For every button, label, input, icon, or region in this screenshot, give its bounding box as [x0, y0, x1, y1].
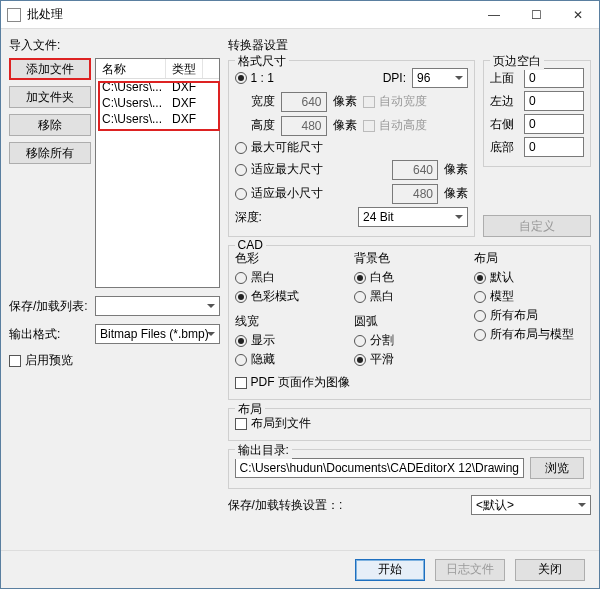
file-list[interactable]: 名称 类型 C:\Users\...DXF C:\Users\...DXF C:…	[95, 58, 220, 288]
arc-smooth-radio[interactable]: 平滑	[354, 351, 464, 368]
margin-left-input[interactable]: 0	[524, 91, 584, 111]
margin-bottom-input[interactable]: 0	[524, 137, 584, 157]
list-item: C:\Users\...DXF	[96, 95, 219, 111]
add-folder-button[interactable]: 加文件夹	[9, 86, 91, 108]
dpi-label: DPI:	[383, 71, 406, 85]
layout-all-radio[interactable]: 所有布局	[474, 307, 584, 324]
depth-label: 深度:	[235, 209, 262, 226]
save-conv-label: 保存/加载转换设置：:	[228, 497, 343, 514]
output-format-select[interactable]: Bitmap Files (*.bmp)	[95, 324, 220, 344]
format-group-title: 格式尺寸	[235, 53, 289, 70]
cad-group-title: CAD	[235, 238, 266, 252]
custom-button[interactable]: 自定义	[483, 215, 591, 237]
app-icon	[7, 8, 21, 22]
margin-right-input[interactable]: 0	[524, 114, 584, 134]
remove-button[interactable]: 移除	[9, 114, 91, 136]
auto-height-checkbox: 自动高度	[363, 117, 427, 134]
fit-max-input[interactable]: 640	[392, 160, 438, 180]
layout-default-radio[interactable]: 默认	[474, 269, 584, 286]
dpi-select[interactable]: 96	[412, 68, 468, 88]
converter-title: 转换器设置	[228, 37, 591, 54]
max-size-radio[interactable]: 最大可能尺寸	[235, 139, 468, 156]
bg-black-radio[interactable]: 黑白	[354, 288, 464, 305]
col-name[interactable]: 名称	[96, 59, 166, 78]
outdir-input[interactable]: C:\Users\hudun\Documents\CADEditorX 12\D…	[235, 458, 524, 478]
minimize-button[interactable]: —	[473, 1, 515, 28]
line-hide-radio[interactable]: 隐藏	[235, 351, 345, 368]
output-format-label: 输出格式:	[9, 326, 91, 343]
line-show-radio[interactable]: 显示	[235, 332, 345, 349]
close-dialog-button[interactable]: 关闭	[515, 559, 585, 581]
enable-preview-checkbox[interactable]: 启用预览	[9, 352, 220, 369]
save-list-select[interactable]	[95, 296, 220, 316]
fit-min-input[interactable]: 480	[392, 184, 438, 204]
col-type[interactable]: 类型	[166, 59, 203, 78]
start-button[interactable]: 开始	[355, 559, 425, 581]
margin-group-title: 页边空白	[490, 53, 544, 70]
depth-select[interactable]: 24 Bit	[358, 207, 468, 227]
layout2-group-title: 布局	[235, 401, 265, 418]
margin-top-input[interactable]: 0	[524, 68, 584, 88]
fit-min-radio[interactable]: 适应最小尺寸	[235, 185, 323, 202]
save-list-label: 保存/加载列表:	[9, 298, 91, 315]
remove-all-button[interactable]: 移除所有	[9, 142, 91, 164]
arc-split-radio[interactable]: 分割	[354, 332, 464, 349]
outdir-label: 输出目录:	[235, 442, 292, 459]
log-button[interactable]: 日志文件	[435, 559, 505, 581]
layout-model-radio[interactable]: 模型	[474, 288, 584, 305]
maximize-button[interactable]: ☐	[515, 1, 557, 28]
color-mode-radio[interactable]: 色彩模式	[235, 288, 345, 305]
fit-max-radio[interactable]: 适应最大尺寸	[235, 161, 323, 178]
color-bw-radio[interactable]: 黑白	[235, 269, 345, 286]
close-button[interactable]: ✕	[557, 1, 599, 28]
browse-button[interactable]: 浏览	[530, 457, 584, 479]
pdf-as-image-checkbox[interactable]: PDF 页面作为图像	[235, 374, 584, 391]
layout-allm-radio[interactable]: 所有布局与模型	[474, 326, 584, 343]
height-input[interactable]: 480	[281, 116, 327, 136]
import-label: 导入文件:	[9, 37, 220, 54]
window-title: 批处理	[27, 6, 473, 23]
add-file-button[interactable]: 添加文件	[9, 58, 91, 80]
save-conv-select[interactable]: <默认>	[471, 495, 591, 515]
list-item: C:\Users\...DXF	[96, 111, 219, 127]
ratio-1-1-radio[interactable]: 1 : 1	[235, 71, 274, 85]
layout-to-file-checkbox[interactable]: 布局到文件	[235, 415, 584, 432]
width-input[interactable]: 640	[281, 92, 327, 112]
list-item: C:\Users\...DXF	[96, 79, 219, 95]
auto-width-checkbox: 自动宽度	[363, 93, 427, 110]
bg-white-radio[interactable]: 白色	[354, 269, 464, 286]
